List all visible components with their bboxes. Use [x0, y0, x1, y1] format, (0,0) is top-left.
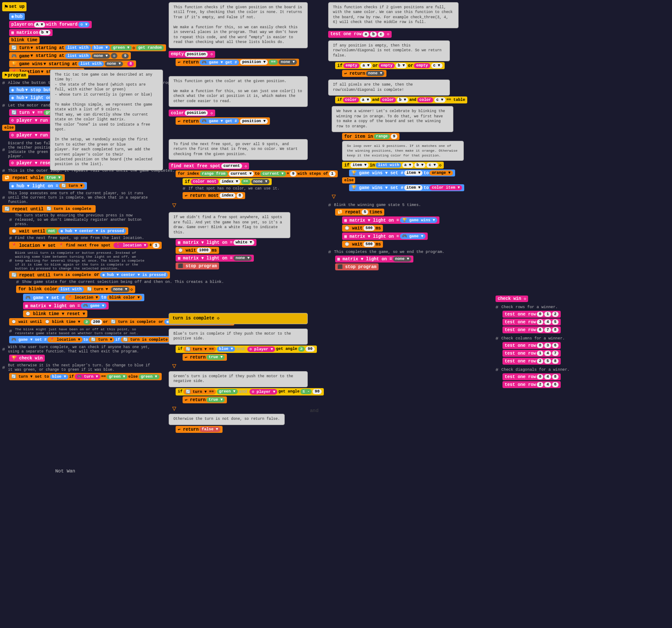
matrix-none[interactable]: ▦ matrix ▼ light on = none ▼ [176, 255, 254, 262]
test-row-048[interactable]: test one row 0 4 8 [502, 373, 561, 380]
wait-not-pressed[interactable]: ⌚ wait until not ◉ hub ▼ center ▼ is pre… [9, 227, 128, 235]
check-win-block[interactable]: 🏆 check win [9, 355, 45, 362]
find-next-comment: To find the next free spot, go over all … [169, 139, 308, 160]
setup-group: ⚑ set up ◉ hub player on A ▼ with forwar… [2, 2, 166, 75]
for-item-range[interactable]: for item in range 9 [342, 133, 399, 140]
if-empty-block[interactable]: if empty a ▼ or empty b ▼ or empty c ▼ [335, 62, 445, 69]
test-one-row-group: This function checks if 2 given position… [328, 2, 467, 270]
wait-1000[interactable]: ⌚ wait 1000 ms [176, 247, 219, 254]
else-block: else [2, 125, 15, 131]
return-false[interactable]: ↩ return false ▼ [176, 426, 223, 433]
test-row-147[interactable]: test one row 1 4 7 [502, 350, 561, 357]
repeat-until-block[interactable]: 🔄 repeat until 🔄 turn is complete [2, 205, 96, 213]
list-game-set[interactable]: 🎮 game ▼ set # 📍 location ▼ to blink col… [23, 294, 144, 301]
if-same-color[interactable]: if color a ▼ and color b ▼ and color c ▼… [335, 96, 467, 103]
color-return[interactable]: ↩ return 🎮 game ▼ get # position ▼ [176, 117, 270, 125]
repeat-until-blink[interactable]: 🔄 repeat until turn is complete or ◉ hub… [9, 271, 170, 279]
loop-comment: So loop over all 9 positions. If it matc… [342, 141, 464, 161]
wait-500-block2[interactable]: ⌚ wait 500 ms [342, 241, 383, 248]
find-next-def[interactable]: find next free spot current ◇ [169, 163, 249, 169]
hub-light-turn[interactable]: ◉ hub ▼ light on = 🔄 turn ▼ [9, 182, 87, 189]
matrix-game-wins2[interactable]: ▦ matrix ▼ light on = 🎮 game ▼ [342, 233, 428, 240]
color-func-group: This function gets the color at the give… [169, 76, 308, 125]
return-none[interactable]: ↩ return none ▼ [342, 70, 386, 77]
scratch-canvas: ⚑ set up ◉ hub player on A ▼ with forwar… [0, 0, 672, 628]
hub-block[interactable]: ◉ hub [9, 13, 25, 20]
blue-turn-comment: Blue's turn is complete if they push the… [169, 329, 308, 345]
if-green-turn[interactable]: if 🔄 turn ▼ == green ▼ and ⚙ player ▼ ge… [176, 388, 324, 395]
location-set-block[interactable]: 📍 location ▼ set 📍 find next free spot 📍… [9, 242, 162, 249]
check-win-group: check win ◇ # Check rows for a winner. t… [496, 296, 569, 388]
game-wins-color[interactable]: 🏆 game wins ▼ set # item ▼ to color item… [349, 184, 464, 191]
empty-check-comment: If any position is empty, then this row/… [328, 40, 450, 61]
all-same-comment: If all pixels are the same, then the row… [328, 80, 450, 96]
blink-time-reset[interactable]: ⌚ blink time ▼ reset ▼ [23, 310, 87, 317]
game-wins-orange[interactable]: 🏆 game wins ▼ set # item ▼ to orange ▼ [349, 169, 455, 176]
matrix-none-end[interactable]: ▦ matrix ▼ light on = none ▼ [335, 256, 413, 262]
color-func-def[interactable]: color position ◇ [169, 110, 215, 116]
check-win-def[interactable]: check win ◇ [496, 296, 528, 302]
blink-time-block[interactable]: blink time [9, 37, 40, 43]
return-true-blue[interactable]: ↩ return true ▼ [183, 354, 227, 361]
if-blue-turn[interactable]: if 🔄 turn ▼ == blue ▼ and ⚙ player ▼ get… [176, 346, 317, 353]
test-one-row-comment: This function checks if 2 given position… [328, 2, 459, 28]
if-color-block[interactable]: if color most index ▼ == none ▼ [183, 178, 272, 185]
setup-hat-block[interactable]: ⚑ set up [2, 2, 27, 11]
color-comment: This function gets the color at the give… [169, 76, 308, 107]
turn-set-block[interactable]: 🔄 turn ▼ set to blue ▼ if 🎮 turn ▼ == gr… [9, 373, 162, 380]
find-next-group: To find the next free spot, go over all … [169, 139, 338, 269]
for-index-block[interactable]: for index range from current ▼ to curren… [176, 170, 338, 177]
turn-block[interactable]: 🔄 turn ▼ starting at list with blue ▼ gr… [9, 44, 166, 51]
repeat-while-block[interactable]: 🔁 repeat while true ▼ [2, 174, 65, 181]
winner-comment: We have a winner! Let's celebrate by bli… [332, 106, 453, 132]
blink-color-block[interactable]: for blink color list with 🔄 turn ▼ none … [16, 286, 135, 293]
matrix-wins[interactable]: ▦ matrix ▼ light on = 🏆 game wins ▼ [342, 216, 439, 224]
empty-func-def[interactable]: empty position ◇ [169, 51, 215, 58]
player-block[interactable]: player on A ▼ with forward ⚙ ▼ [9, 21, 92, 28]
program-hat[interactable]: ⚑ program [2, 72, 28, 79]
test-one-row-def[interactable]: test one row a b c ◇ [328, 31, 392, 38]
program-comment: The tic tac toe game can be described at… [50, 70, 163, 170]
test-row-345[interactable]: test one row 3 4 5 [502, 319, 561, 326]
wait-500-block[interactable]: ⌚ wait 500 ms [342, 225, 383, 232]
else-item: else [342, 177, 355, 183]
not-wan-label: Not Wan [55, 469, 75, 474]
matrix-block[interactable]: ▦ matrix on b ▼ [9, 29, 53, 36]
return-true-green[interactable]: ↩ return true ▼ [183, 396, 227, 403]
test-row-012[interactable]: test one row 0 1 2 [502, 311, 561, 318]
game-wins-block[interactable]: 🏆 game wins ▼ starting at list with none… [9, 60, 136, 67]
test-row-678[interactable]: test one row 6 7 8 [502, 326, 561, 333]
empty-comment: This function checks if the given positi… [169, 2, 308, 48]
turn-complete-def: turn is complete ◇ [169, 313, 308, 324]
stop-program-end[interactable]: ⬛ stop program [335, 263, 379, 270]
and-label: and [310, 408, 319, 413]
green-turn-comment: Green's turn is complete if they push th… [169, 371, 308, 387]
empty-func-group: This function checks if the given positi… [169, 2, 308, 66]
game-block[interactable]: 🎮 game ▼ starting at list with none ▼ ◇ … [9, 52, 131, 60]
repeat-5-block[interactable]: 🔁 repeat 5 times [335, 209, 384, 216]
otherwise-comment: Otherwise the turn is not done, so retur… [169, 414, 285, 425]
test-row-258[interactable]: test one row 2 5 8 [502, 358, 561, 365]
turn-complete-group: turn is complete ◇ Blue's turn is comple… [169, 313, 324, 433]
return-index[interactable]: ↩ return most index 0 [183, 192, 245, 199]
empty-return[interactable]: ↩ return 🎮 game ▼ get # position ▼ == no… [176, 59, 299, 66]
matrix-light-on[interactable]: ▦ matrix ▼ light on = 🎮 game ▼ [23, 302, 109, 309]
if-item-abc[interactable]: if item ▼ in list with a ▼ b ▼ c ▼ ◇ [342, 162, 444, 169]
test-row-036[interactable]: test one row 0 3 6 [502, 342, 561, 349]
test-row-246[interactable]: test one row 2 4 6 [502, 381, 561, 388]
stop-program[interactable]: ⬛ stop program [176, 262, 219, 269]
matrix-white[interactable]: ▦ matrix ▼ light on = white ▼ [176, 239, 256, 246]
no-spot-comment: If we didn't find a free spot anywhere, … [169, 212, 290, 238]
